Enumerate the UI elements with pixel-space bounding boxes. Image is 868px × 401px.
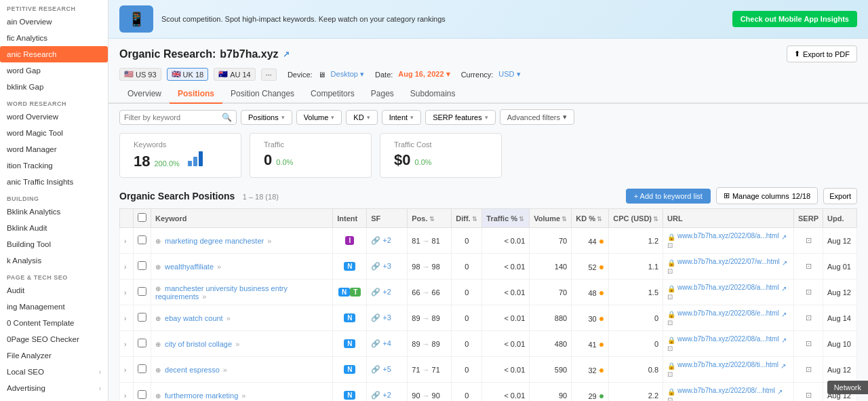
flag-us[interactable]: 🇺🇸 US 93 <box>119 68 161 81</box>
serp-icon[interactable]: ⊡ <box>806 313 812 322</box>
expand-button[interactable]: › <box>124 237 126 245</box>
url-copy-icon[interactable]: ⊡ <box>667 242 673 249</box>
url-link[interactable]: www.b7b7ha.xyz/2022/08/a...html <box>677 232 779 240</box>
url-link[interactable]: www.b7b7ha.xyz/2022/08/a...html <box>677 335 779 343</box>
row-checkbox[interactable] <box>138 235 146 244</box>
sidebar-item-local-seo[interactable]: Local SEO› <box>0 364 108 380</box>
advanced-filters-button[interactable]: Advanced filters▾ <box>500 109 574 125</box>
serp-features-filter[interactable]: SERP features▾ <box>425 110 496 125</box>
serp-icon[interactable]: ⊡ <box>806 288 812 296</box>
sidebar-item-bklink-gap[interactable]: bklink Gap <box>0 79 108 95</box>
url-link[interactable]: www.b7b7ha.xyz/2022/08/e...html <box>677 309 779 317</box>
keyword-link[interactable]: decent espresso <box>165 366 220 374</box>
tab-positions[interactable]: Positions <box>170 85 222 104</box>
row-checkbox[interactable] <box>138 390 146 399</box>
positions-filter[interactable]: Positions▾ <box>241 110 292 125</box>
tab-overview[interactable]: Overview <box>119 85 170 104</box>
keyword-link[interactable]: furthermore marketing <box>165 392 238 400</box>
col-header-kd[interactable]: KD %⇅ <box>572 209 609 228</box>
sidebar-item-main-overview[interactable]: ain Overview <box>0 14 108 30</box>
banner-cta-button[interactable]: Check out Mobile App Insights <box>732 11 857 27</box>
row-checkbox[interactable] <box>138 364 146 373</box>
date-value[interactable]: Aug 16, 2022 ▾ <box>398 70 450 79</box>
sidebar-item-page-seo-checker[interactable]: 0Page SEO Checker <box>0 331 108 347</box>
expand-button[interactable]: › <box>124 263 126 271</box>
export-pdf-button[interactable]: ⬆ Export to PDF <box>787 45 857 62</box>
row-checkbox[interactable] <box>138 261 146 270</box>
url-copy-icon[interactable]: ⊡ <box>667 293 673 301</box>
keyword-link[interactable]: ebay watch count <box>165 314 223 322</box>
col-header-intent[interactable]: Intent <box>333 209 367 228</box>
row-checkbox[interactable] <box>138 339 146 347</box>
url-link[interactable]: www.b7b7ha.xyz/2022/08/...html <box>677 387 775 394</box>
sidebar-item-word-manager[interactable]: word Manager <box>0 141 108 157</box>
sidebar-item-audit[interactable]: Audit <box>0 282 108 299</box>
url-copy-icon[interactable]: ⊡ <box>667 267 673 275</box>
sidebar-item-bklink-analytics[interactable]: Bklink Analytics <box>0 204 108 220</box>
col-header-traffic[interactable]: Traffic %⇅ <box>482 209 530 228</box>
serp-icon[interactable]: ⊡ <box>806 391 812 399</box>
sidebar-item-anic-research[interactable]: anic Research <box>0 46 108 62</box>
keyword-link[interactable]: manchester university business entry req… <box>155 284 288 301</box>
url-copy-icon[interactable]: ⊡ <box>667 319 673 326</box>
col-header-pos[interactable]: Pos.⇅ <box>408 209 452 228</box>
url-ext-icon[interactable]: ↗ <box>781 337 787 344</box>
url-ext-icon[interactable]: ↗ <box>781 233 787 241</box>
url-ext-icon[interactable]: ↗ <box>781 285 787 292</box>
serp-icon[interactable]: ⊡ <box>806 262 812 270</box>
url-link[interactable]: www.b7b7ha.xyz/2022/08/a...html <box>677 284 779 291</box>
expand-button[interactable]: › <box>124 392 126 400</box>
expand-button[interactable]: › <box>124 366 126 374</box>
intent-filter[interactable]: Intent▾ <box>382 110 422 125</box>
export-table-button[interactable]: Export <box>823 188 857 204</box>
keyword-filter-input[interactable] <box>124 113 219 121</box>
expand-button[interactable]: › <box>124 315 126 322</box>
sidebar-item-ition-tracking[interactable]: ition Tracking <box>0 157 108 174</box>
sidebar-item-advertising[interactable]: Advertising› <box>0 380 108 396</box>
url-link[interactable]: www.b7b7ha.xyz/2022/08/ti...html <box>677 361 778 368</box>
manage-columns-button[interactable]: ⊞ Manage columns 12/18 <box>716 187 818 204</box>
sidebar-item-k-analysis[interactable]: k Analysis <box>0 252 108 269</box>
select-all-checkbox[interactable] <box>138 213 146 222</box>
more-flags-button[interactable]: ··· <box>261 69 277 81</box>
tab-position-changes[interactable]: Position Changes <box>222 85 302 104</box>
sidebar-item-word-overview[interactable]: word Overview <box>0 109 108 125</box>
serp-icon[interactable]: ⊡ <box>806 236 812 244</box>
row-checkbox[interactable] <box>138 313 146 322</box>
flag-uk[interactable]: 🇬🇧 UK 18 <box>167 68 209 81</box>
sidebar-item-file-analyzer[interactable]: File Analyzer <box>0 347 108 364</box>
currency-value[interactable]: USD ▾ <box>498 70 520 79</box>
sidebar-item-anic-traffic[interactable]: anic Traffic Insights <box>0 174 108 190</box>
col-header-url[interactable]: URL <box>663 209 794 228</box>
sidebar-item-building-tool[interactable]: Building Tool <box>0 236 108 252</box>
tab-subdomains[interactable]: Subdomains <box>402 85 464 104</box>
url-ext-icon[interactable]: ↗ <box>781 362 786 370</box>
flag-au[interactable]: 🇦🇺 AU 14 <box>214 68 256 81</box>
col-header-keyword[interactable]: Keyword <box>151 209 333 228</box>
url-ext-icon[interactable]: ↗ <box>781 311 787 318</box>
col-header-serp[interactable]: SERP <box>794 209 823 228</box>
serp-icon[interactable]: ⊡ <box>806 365 812 373</box>
search-icon[interactable]: 🔍 <box>222 113 232 122</box>
sidebar-item-fic-analytics[interactable]: fic Analytics <box>0 30 108 46</box>
keyword-link[interactable]: city of bristol collage <box>165 340 232 348</box>
serp-icon[interactable]: ⊡ <box>806 339 812 347</box>
sidebar-item-content-template[interactable]: 0 Content Template <box>0 315 108 331</box>
url-link[interactable]: www.b7b7ha.xyz/2022/07/w...html <box>677 258 780 265</box>
volume-filter[interactable]: Volume▾ <box>296 110 342 125</box>
kd-filter[interactable]: KD▾ <box>346 110 377 125</box>
keyword-link[interactable]: marketing degree manchester <box>165 237 264 245</box>
external-link-icon[interactable]: ↗ <box>283 50 290 59</box>
url-copy-icon[interactable]: ⊡ <box>667 370 673 378</box>
row-checkbox[interactable] <box>138 287 146 296</box>
col-header-sf[interactable]: SF <box>367 209 408 228</box>
url-copy-icon[interactable]: ⊡ <box>667 396 673 401</box>
sidebar-item-ing-management[interactable]: ing Management <box>0 299 108 315</box>
sidebar-item-word-magic-tool[interactable]: word Magic Tool <box>0 125 108 141</box>
col-header-upd[interactable]: Upd. <box>823 209 857 228</box>
expand-button[interactable]: › <box>124 341 126 348</box>
sidebar-item-bklink-audit[interactable]: Bklink Audit <box>0 220 108 236</box>
col-header-volume[interactable]: Volume⇅ <box>530 209 572 228</box>
add-keyword-button[interactable]: + Add to keyword list <box>626 189 711 204</box>
keyword-link[interactable]: wealthyaffiliate <box>165 263 214 271</box>
